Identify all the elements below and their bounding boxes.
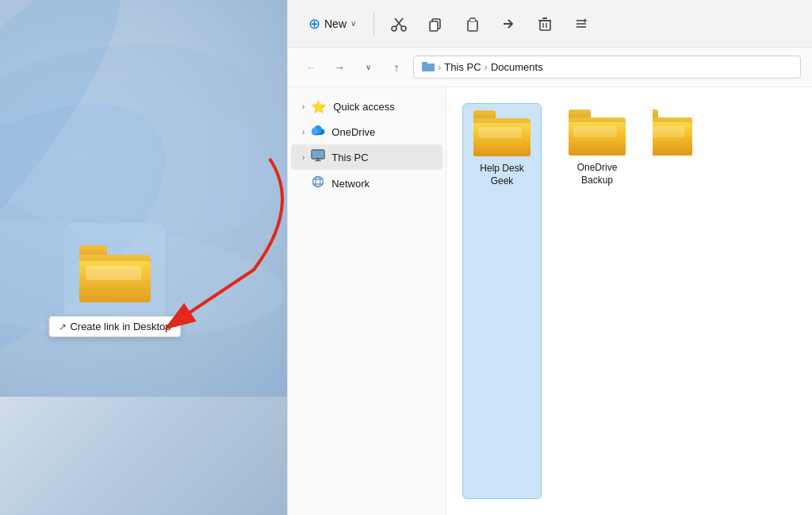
create-link-tooltip: ↗ Create link in Desktop	[48, 316, 181, 337]
partial-folder-icon	[653, 110, 692, 156]
path-this-pc: This PC	[444, 61, 481, 73]
delete-icon	[537, 16, 553, 32]
this-pc-label: This PC	[331, 152, 431, 163]
svg-rect-15	[470, 19, 475, 21]
sidebar-item-quick-access[interactable]: › ⭐ Quick access	[291, 94, 442, 119]
svg-rect-12	[430, 21, 438, 31]
paste-icon	[464, 16, 480, 32]
desktop-folder-selection	[63, 222, 167, 325]
onedrive-chevron: ›	[302, 128, 304, 136]
onedrive-label: OneDrive	[331, 126, 431, 138]
folder-item-onedrive-backup[interactable]: OneDrive Backup	[557, 103, 637, 499]
up-icon: ↑	[394, 61, 400, 74]
forward-button[interactable]: →	[327, 56, 351, 79]
sidebar-item-network[interactable]: › Network	[291, 171, 442, 196]
path-folder-icon	[422, 60, 435, 74]
sidebar: › ⭐ Quick access › OneDrive	[288, 87, 446, 515]
forward-icon: →	[334, 61, 345, 74]
sort-button[interactable]	[566, 9, 596, 39]
address-bar: ← → ∨ ↑ › This PC › Documents	[288, 48, 812, 87]
folder-item-help-desk-geek[interactable]: Help Desk Geek	[462, 103, 542, 499]
quick-access-label: Quick access	[333, 101, 431, 113]
back-icon: ←	[305, 61, 316, 74]
folder-item-partial[interactable]	[653, 103, 692, 499]
sidebar-item-onedrive[interactable]: › OneDrive	[291, 120, 442, 144]
share-icon	[500, 16, 516, 32]
copy-button[interactable]	[420, 9, 450, 39]
svg-rect-25	[422, 62, 427, 65]
svg-point-36	[316, 177, 320, 187]
quick-access-icon: ⭐	[311, 99, 327, 114]
sidebar-item-this-pc[interactable]: › This PC	[291, 144, 442, 170]
help-desk-geek-label: Help Desk Geek	[469, 163, 534, 187]
toolbar-divider-1	[373, 12, 374, 36]
up-button[interactable]: ↑	[385, 56, 408, 79]
onedrive-backup-label: OneDrive Backup	[564, 162, 630, 186]
help-desk-geek-folder-icon	[473, 110, 530, 156]
paste-button[interactable]	[457, 9, 487, 39]
svg-point-10	[401, 26, 406, 31]
file-area: Help Desk Geek OneDrive Backup	[446, 87, 812, 515]
tooltip-text: Create link in Desktop	[70, 321, 170, 332]
cut-icon	[391, 16, 407, 32]
onedrive-backup-folder-icon	[569, 110, 626, 156]
back-button[interactable]: ←	[299, 56, 323, 79]
address-path[interactable]: › This PC › Documents	[413, 56, 801, 79]
this-pc-chevron: ›	[302, 153, 304, 162]
svg-rect-31	[312, 151, 324, 158]
toolbar: ⊕ New ∨	[288, 0, 812, 48]
svg-rect-13	[468, 21, 477, 31]
quick-access-chevron: ›	[302, 102, 304, 111]
network-icon	[311, 175, 325, 191]
wallpaper-swirl	[0, 0, 287, 397]
desktop-folder-icon	[79, 245, 151, 302]
recent-button[interactable]: ∨	[356, 56, 380, 79]
copy-icon	[427, 16, 443, 32]
network-chevron-spacer: ›	[302, 179, 304, 188]
link-arrow-icon: ↗	[59, 321, 67, 332]
sort-icon	[573, 16, 589, 32]
new-label: New	[324, 17, 347, 30]
network-label: Network	[331, 178, 431, 190]
file-explorer: ⊕ New ∨	[287, 0, 812, 515]
cut-button[interactable]	[384, 9, 414, 39]
address-sep-1: ›	[438, 61, 441, 73]
onedrive-icon	[311, 125, 325, 139]
path-documents: Documents	[491, 61, 543, 73]
desktop-area: ↗ Create link in Desktop	[0, 0, 287, 515]
svg-rect-16	[540, 21, 550, 30]
svg-point-9	[392, 26, 396, 31]
address-sep-2: ›	[485, 61, 488, 73]
dropdown-icon: ∨	[366, 63, 371, 71]
new-circle-icon: ⊕	[308, 15, 320, 33]
svg-point-29	[312, 128, 318, 134]
main-content: › ⭐ Quick access › OneDrive	[288, 87, 812, 515]
delete-button[interactable]	[530, 9, 560, 39]
new-chevron-icon: ∨	[350, 19, 356, 28]
svg-point-35	[313, 177, 324, 187]
this-pc-icon	[311, 149, 325, 165]
new-button[interactable]: ⊕ New ∨	[301, 10, 364, 37]
share-button[interactable]	[493, 9, 523, 39]
desktop-folder-wrapper[interactable]: ↗ Create link in Desktop	[63, 222, 167, 325]
